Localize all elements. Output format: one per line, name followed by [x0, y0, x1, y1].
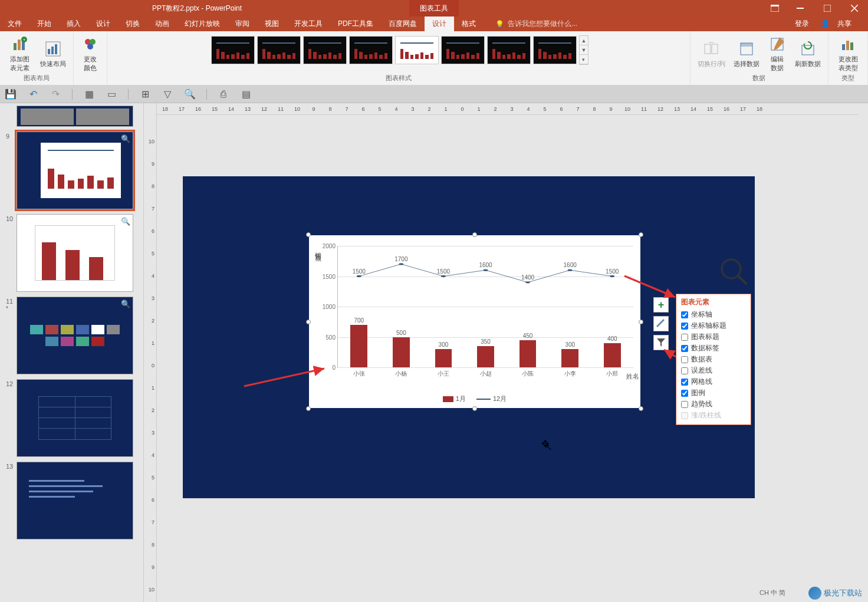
slide-thumb-11[interactable]: 🔍 — [17, 297, 133, 374]
chart-filters-button[interactable] — [653, 335, 669, 350]
switch-row-col-button[interactable]: 切换行/列 — [694, 34, 729, 74]
slide-thumb-9[interactable]: 🔍 — [17, 131, 133, 209]
chart-legend[interactable]: 1月 12月 — [309, 394, 640, 403]
style-thumb-1[interactable] — [211, 36, 255, 64]
checkbox[interactable] — [681, 390, 688, 397]
canvas-area[interactable]: 销售额 姓名 0500100015002000700小张500小杨300小王35… — [157, 115, 859, 602]
minimize-button[interactable] — [787, 0, 814, 17]
gallery-scroll[interactable]: ▲ ▼ ▾ — [579, 35, 588, 65]
tab-format[interactable]: 格式 — [454, 17, 484, 31]
qat-icon-5[interactable]: 🔍 — [184, 88, 196, 100]
zoom-icon[interactable]: 🔍 — [121, 134, 130, 143]
chart-plot-area[interactable]: 0500100015002000700小张500小杨300小王350小赵450小… — [337, 246, 633, 368]
tab-slideshow[interactable]: 幻灯片放映 — [177, 17, 228, 31]
checkbox[interactable] — [681, 367, 688, 374]
refresh-data-button[interactable]: 刷新数据 — [791, 34, 824, 74]
quick-layout-button[interactable]: 快速布局 — [37, 34, 70, 74]
tab-design[interactable]: 设计 — [88, 17, 118, 31]
qat-icon-3[interactable]: ⊞ — [139, 88, 151, 100]
slide-thumb-8-partial[interactable] — [17, 106, 133, 127]
chart-element-option[interactable]: 图例 — [681, 387, 746, 399]
tab-file[interactable]: 文件 — [0, 17, 29, 31]
slide-thumbnails-panel[interactable]: 9 🔍 10 🔍 11* 🔍 — [0, 103, 144, 602]
style-thumb-5[interactable] — [395, 36, 439, 64]
slide-thumb-13[interactable] — [17, 462, 133, 540]
tab-view[interactable]: 视图 — [257, 17, 287, 31]
chart-element-option[interactable]: 趋势线 — [681, 399, 746, 410]
chart-elements-button[interactable]: + — [653, 297, 669, 312]
qat-icon-6[interactable]: ⎙ — [218, 88, 229, 100]
qat-icon-7[interactable]: ▤ — [240, 88, 252, 100]
svg-point-31 — [610, 275, 614, 277]
chart-object[interactable]: 销售额 姓名 0500100015002000700小张500小杨300小王35… — [309, 235, 640, 408]
edit-data-button[interactable]: 编辑数据 — [764, 34, 790, 74]
chart-element-option[interactable]: 图表标题 — [681, 331, 746, 343]
checkbox[interactable] — [681, 323, 688, 330]
tab-insert[interactable]: 插入 — [59, 17, 88, 31]
qat-icon-2[interactable]: ▭ — [106, 88, 117, 100]
share-button[interactable]: 👤 共享 — [815, 19, 863, 29]
login-button[interactable]: 登录 — [789, 19, 815, 29]
style-thumb-6[interactable] — [441, 36, 485, 64]
resize-handle-l[interactable] — [306, 320, 311, 324]
redo-icon[interactable]: ↷ — [50, 88, 61, 100]
tab-baidu[interactable]: 百度网盘 — [381, 17, 425, 31]
slide-thumb-12[interactable] — [17, 379, 133, 457]
maximize-button[interactable] — [814, 0, 841, 17]
undo-icon[interactable]: ↶ — [27, 88, 39, 100]
add-chart-element-button[interactable]: + 添加图表元素 — [4, 34, 35, 74]
zoom-icon[interactable]: 🔍 — [121, 300, 130, 308]
tab-review[interactable]: 审阅 — [228, 17, 257, 31]
change-colors-button[interactable]: 更改颜色 — [77, 34, 103, 74]
change-chart-type-button[interactable]: 更改图表类型 — [832, 34, 864, 74]
style-thumb-4[interactable] — [349, 36, 393, 64]
resize-handle-b[interactable] — [472, 406, 477, 411]
scroll-more-icon[interactable]: ▾ — [580, 55, 588, 64]
checkbox[interactable] — [681, 345, 688, 352]
qat-icon-4[interactable]: ▽ — [162, 88, 173, 100]
resize-handle-t[interactable] — [472, 232, 477, 237]
style-thumb-8[interactable] — [533, 36, 577, 64]
checkbox[interactable] — [681, 311, 688, 318]
chart-element-option[interactable]: 坐标轴标题 — [681, 320, 746, 331]
resize-handle-tl[interactable] — [306, 232, 311, 237]
chart-element-option[interactable]: 误差线 — [681, 365, 746, 376]
svg-rect-23 — [846, 41, 849, 50]
ribbon-display-options-icon[interactable] — [764, 0, 785, 17]
tab-home[interactable]: 开始 — [29, 17, 59, 31]
close-button[interactable] — [841, 0, 868, 17]
tell-me-search[interactable]: 💡 告诉我您想要做什么... — [495, 19, 577, 29]
qat-icon-1[interactable]: ▦ — [83, 88, 95, 100]
save-icon[interactable]: 💾 — [5, 88, 17, 100]
resize-handle-tr[interactable] — [639, 232, 643, 237]
zoom-icon[interactable]: 🔍 — [121, 217, 130, 226]
chart-element-option[interactable]: 坐标轴 — [681, 309, 746, 320]
scroll-down-icon[interactable]: ▼ — [580, 45, 588, 55]
slide-canvas[interactable]: 销售额 姓名 0500100015002000700小张500小杨300小王35… — [183, 176, 755, 498]
tab-developer[interactable]: 开发工具 — [287, 17, 330, 31]
checkbox[interactable] — [681, 401, 688, 408]
style-thumb-2[interactable] — [257, 36, 301, 64]
checkbox[interactable] — [681, 334, 688, 341]
tab-pdf[interactable]: PDF工具集 — [330, 17, 381, 31]
chart-element-option[interactable]: 网格线 — [681, 376, 746, 387]
resize-handle-br[interactable] — [639, 406, 643, 411]
vertical-scrollbar[interactable] — [859, 103, 868, 602]
checkbox[interactable] — [681, 379, 688, 386]
checkbox[interactable] — [681, 356, 688, 363]
resize-handle-bl[interactable] — [306, 406, 311, 411]
select-data-button[interactable]: 选择数据 — [730, 34, 763, 74]
style-thumb-7[interactable] — [487, 36, 531, 64]
chart-element-option[interactable]: 数据表 — [681, 354, 746, 365]
chart-styles-button[interactable] — [653, 316, 669, 331]
scroll-up-icon[interactable]: ▲ — [580, 36, 588, 45]
style-thumb-3[interactable] — [303, 36, 347, 64]
chart-element-option[interactable]: 数据标签 — [681, 343, 746, 354]
slide-thumb-10[interactable]: 🔍 — [17, 214, 133, 292]
chart-tools-tab[interactable]: 图表工具 — [409, 0, 459, 17]
tab-chart-design[interactable]: 设计 — [425, 17, 454, 31]
y-axis-title[interactable]: 销售额 — [314, 247, 323, 251]
tab-transitions[interactable]: 切换 — [118, 17, 147, 31]
tab-animations[interactable]: 动画 — [147, 17, 177, 31]
resize-handle-r[interactable] — [639, 320, 643, 324]
